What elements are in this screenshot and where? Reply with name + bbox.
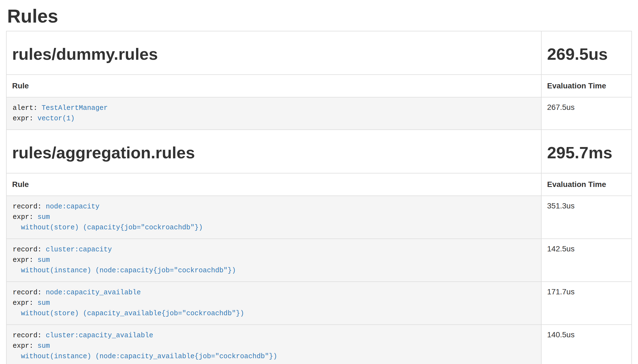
rule-expression-link[interactable]: sum (37, 342, 50, 350)
group-eval-time: 269.5us (547, 45, 626, 63)
rule-definition: record: cluster:capacity expr: sum witho… (7, 239, 541, 281)
group-eval-time-cell: 269.5us (541, 31, 632, 75)
rule-expression-link[interactable]: vector(1) (37, 115, 75, 123)
page-title: Rules (7, 6, 632, 26)
rule-definition: record: cluster:capacity_available expr:… (7, 325, 541, 364)
rule-column-header: Rule (6, 173, 541, 196)
rule-keyword: record: (13, 332, 46, 339)
rule-definition-cell: record: cluster:capacity expr: sum witho… (6, 239, 541, 282)
page-container: Rules rules/dummy.rules269.5usRuleEvalua… (0, 6, 638, 364)
rule-definition-cell: record: node:capacity_available expr: su… (6, 282, 541, 325)
rule-group-header-row: rules/aggregation.rules295.7ms (6, 130, 632, 173)
group-eval-time: 295.7ms (547, 144, 626, 162)
rule-eval-time: 267.5us (541, 97, 632, 130)
rule-keyword: expr: (13, 342, 37, 350)
rule-row: record: node:capacity_available expr: su… (6, 282, 632, 325)
rule-expression-link[interactable]: TestAlertManager (42, 104, 108, 112)
eval-time-column-header: Evaluation Time (541, 75, 632, 97)
rule-file-name: rules/aggregation.rules (12, 144, 536, 162)
rule-column-header: Rule (6, 75, 541, 97)
rule-keyword: record: (13, 289, 46, 297)
rule-keyword: record: (13, 246, 46, 254)
rule-keyword: expr: (13, 299, 37, 307)
rule-keyword: alert: (13, 104, 42, 112)
rule-expression-link[interactable]: cluster:capacity_available (46, 332, 153, 339)
rule-row: record: cluster:capacity expr: sum witho… (6, 239, 632, 282)
column-header-row: RuleEvaluation Time (6, 75, 632, 97)
rule-keyword: expr: (13, 256, 37, 264)
column-header-row: RuleEvaluation Time (6, 173, 632, 196)
rule-expression-link[interactable]: sum (37, 299, 50, 307)
rule-row: record: node:capacity expr: sum without(… (6, 196, 632, 239)
rule-eval-time: 351.3us (541, 196, 632, 239)
rule-expression-link[interactable]: sum (37, 213, 50, 221)
rule-eval-time: 142.5us (541, 239, 632, 282)
rule-expression-link[interactable]: without(instance) (node:capacity{job="co… (13, 267, 236, 275)
rule-keyword: expr: (13, 213, 37, 221)
rule-definition-cell: record: cluster:capacity_available expr:… (6, 325, 541, 364)
rule-file-cell: rules/aggregation.rules (6, 130, 541, 173)
rule-expression-link[interactable]: node:capacity (46, 203, 99, 211)
rule-definition: record: node:capacity expr: sum without(… (7, 196, 541, 238)
rule-definition-cell: record: node:capacity expr: sum without(… (6, 196, 541, 239)
rule-row: alert: TestAlertManager expr: vector(1)2… (6, 97, 632, 130)
rule-row: record: cluster:capacity_available expr:… (6, 325, 632, 364)
group-eval-time-cell: 295.7ms (541, 130, 632, 173)
rule-keyword: expr: (13, 115, 37, 123)
rule-expression-link[interactable]: without(store) (capacity{job="cockroachd… (13, 224, 203, 232)
rule-expression-link[interactable]: without(store) (capacity_available{job="… (13, 309, 244, 317)
rule-group-header-row: rules/dummy.rules269.5us (6, 31, 632, 75)
rule-definition-cell: alert: TestAlertManager expr: vector(1) (6, 97, 541, 130)
rule-keyword: record: (13, 203, 46, 211)
rule-eval-time: 171.7us (541, 282, 632, 325)
rule-expression-link[interactable]: node:capacity_available (46, 289, 141, 297)
rules-table: rules/dummy.rules269.5usRuleEvaluation T… (6, 31, 632, 364)
rules-table-body: rules/dummy.rules269.5usRuleEvaluation T… (6, 31, 632, 364)
rule-definition: alert: TestAlertManager expr: vector(1) (7, 97, 541, 129)
rule-expression-link[interactable]: cluster:capacity (46, 246, 112, 254)
rule-expression-link[interactable]: without(instance) (node:capacity_availab… (13, 352, 277, 360)
eval-time-column-header: Evaluation Time (541, 173, 632, 196)
rule-eval-time: 140.5us (541, 325, 632, 364)
rule-file-name: rules/dummy.rules (12, 45, 536, 63)
rule-expression-link[interactable]: sum (37, 256, 50, 264)
rule-file-cell: rules/dummy.rules (6, 31, 541, 75)
rule-definition: record: node:capacity_available expr: su… (7, 282, 541, 324)
